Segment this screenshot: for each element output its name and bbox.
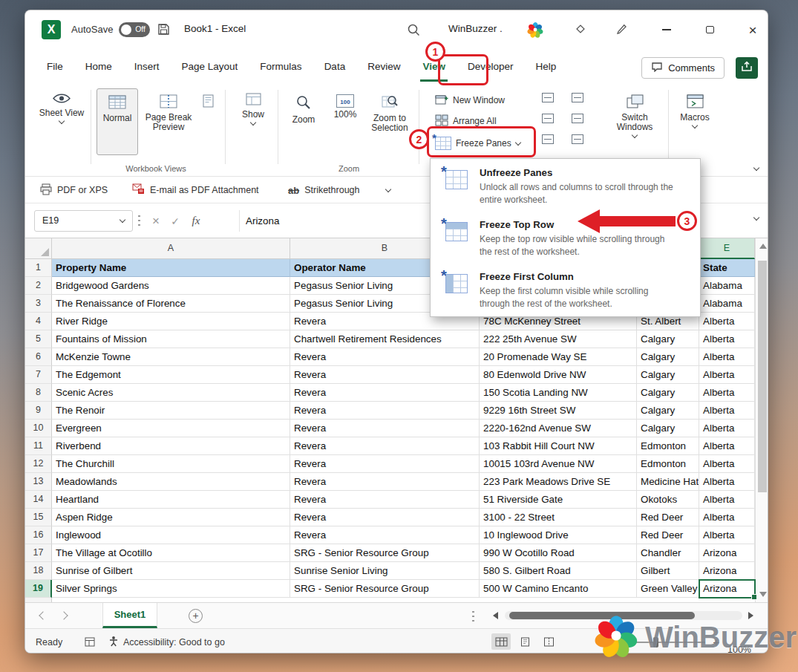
cell-B18[interactable]: Sunrise Senior Living — [290, 562, 480, 580]
cell-E8[interactable]: Alberta — [699, 384, 755, 402]
tab-help[interactable]: Help — [525, 49, 568, 84]
zoom-to-selection-button[interactable]: Zoom to Selection — [365, 88, 414, 133]
scroll-up-icon[interactable] — [759, 244, 767, 249]
cell-D14[interactable]: Okotoks — [637, 491, 699, 509]
vertical-scrollbar[interactable] — [755, 238, 768, 602]
tab-bar-divider-icon[interactable] — [472, 610, 474, 623]
select-all-button[interactable] — [25, 238, 52, 259]
cell-E4[interactable]: Alberta — [699, 313, 755, 330]
row-header-10[interactable]: 10 — [25, 420, 52, 437]
cell-A12[interactable]: The Churchill — [52, 455, 290, 473]
strikethrough-button[interactable]: Strikethrough — [288, 177, 390, 203]
row-header-18[interactable]: 18 — [25, 562, 52, 580]
cell-A11[interactable]: Riverbend — [52, 437, 290, 455]
row-header-2[interactable]: 2 — [25, 277, 52, 295]
cell-E13[interactable]: Alberta — [699, 473, 755, 491]
cell-D13[interactable]: Medicine Hat — [637, 473, 699, 491]
cell-C10[interactable]: 2220-162nd Avenue SW — [480, 420, 637, 437]
zoom-button[interactable]: Zoom — [284, 88, 324, 125]
cell-E6[interactable]: Alberta — [699, 348, 755, 366]
cell-D17[interactable]: Chandler — [637, 544, 699, 562]
cell-D15[interactable]: Red Deer — [637, 509, 699, 526]
tab-data[interactable]: Data — [313, 49, 357, 84]
cell-E5[interactable]: Alberta — [699, 330, 755, 348]
page-layout-icon[interactable] — [202, 94, 215, 111]
cell-A3[interactable]: The Renaissance of Florence — [52, 295, 290, 313]
row-header-7[interactable]: 7 — [25, 366, 52, 384]
cell-E17[interactable]: Arizona — [699, 544, 755, 562]
cell-C5[interactable]: 222 25th Avenue SW — [480, 330, 637, 348]
cell-A19[interactable]: Silver Springs — [52, 580, 290, 598]
cell-E1[interactable]: State — [699, 259, 755, 277]
cell-C13[interactable]: 223 Park Meadows Drive SE — [480, 473, 637, 491]
insert-function-button[interactable]: fx — [187, 210, 205, 232]
accessibility-status[interactable]: Accessibility: Good to go — [108, 629, 225, 653]
cell-A1[interactable]: Property Name — [52, 259, 290, 277]
autosave-toggle[interactable]: Off — [119, 22, 150, 37]
cell-A15[interactable]: Aspen Ridge — [52, 509, 290, 526]
cell-B9[interactable]: Revera — [290, 402, 480, 420]
cell-C15[interactable]: 3100 - 22 Street — [480, 509, 637, 526]
row-header-15[interactable]: 15 — [25, 509, 52, 526]
show-button[interactable]: Show — [232, 87, 275, 125]
close-button[interactable] — [739, 10, 767, 49]
cell-C9[interactable]: 9229 16th Street SW — [480, 402, 637, 420]
row-header-1[interactable]: 1 — [25, 259, 52, 277]
avatar[interactable] — [526, 20, 545, 42]
cell-E18[interactable]: Arizona — [699, 562, 755, 580]
cell-C6[interactable]: 20 Promenade Way SE — [480, 348, 637, 366]
cell-B17[interactable]: SRG - Senior Resource Group — [290, 544, 480, 562]
column-header-a[interactable]: A — [52, 238, 290, 259]
cell-E2[interactable]: Alabama — [699, 277, 755, 295]
cell-B12[interactable]: Revera — [290, 455, 480, 473]
view-side-by-side-icon[interactable] — [572, 93, 583, 102]
row-header-4[interactable]: 4 — [25, 313, 52, 330]
tab-insert[interactable]: Insert — [123, 49, 171, 84]
cell-A18[interactable]: Sunrise of Gilbert — [52, 562, 290, 580]
cell-E12[interactable]: Alberta — [699, 455, 755, 473]
scroll-left-icon[interactable] — [493, 612, 498, 619]
pdf-or-xps-button[interactable]: PDF or XPS — [40, 177, 108, 203]
cell-B19[interactable]: SRG - Senior Resource Group — [290, 580, 480, 598]
normal-view-button[interactable]: Normal — [97, 88, 138, 155]
cell-E10[interactable]: Alberta — [699, 420, 755, 437]
hide-window-icon[interactable] — [542, 114, 554, 123]
cell-A10[interactable]: Evergreen — [52, 420, 290, 437]
row-header-11[interactable]: 11 — [25, 437, 52, 455]
cell-B11[interactable]: Revera — [290, 437, 480, 455]
switch-windows-button[interactable]: Switch Windows — [609, 88, 660, 137]
cell-A16[interactable]: Inglewood — [52, 526, 290, 544]
cell-C17[interactable]: 990 W Ocotillo Road — [480, 544, 637, 562]
cell-A17[interactable]: The Village at Ocotillo — [52, 544, 290, 562]
page-layout-status-button[interactable] — [515, 633, 534, 650]
cell-B15[interactable]: Revera — [290, 509, 480, 526]
cell-D7[interactable]: Calgary — [637, 366, 699, 384]
enter-formula-button[interactable] — [166, 210, 184, 232]
zoom-slider-knob[interactable] — [653, 637, 658, 647]
cell-A9[interactable]: The Renoir — [52, 402, 290, 420]
cancel-formula-button[interactable] — [147, 210, 165, 232]
row-header-3[interactable]: 3 — [25, 295, 52, 313]
cell-C8[interactable]: 150 Scotia Landing NW — [480, 384, 637, 402]
macro-record-icon[interactable] — [85, 629, 95, 653]
cell-A8[interactable]: Scenic Acres — [52, 384, 290, 402]
cell-E16[interactable]: Alberta — [699, 526, 755, 544]
row-header-14[interactable]: 14 — [25, 491, 52, 509]
search-icon[interactable] — [407, 23, 420, 39]
zoom-out-button[interactable] — [597, 636, 607, 648]
comments-button[interactable]: Comments — [641, 57, 725, 79]
tab-file[interactable]: File — [36, 49, 74, 84]
synchronous-scrolling-icon[interactable] — [572, 114, 583, 123]
maximize-button[interactable] — [696, 10, 724, 49]
split-icon[interactable] — [542, 93, 554, 102]
page-break-preview-button[interactable]: Page Break Preview — [141, 88, 196, 132]
cell-B14[interactable]: Revera — [290, 491, 480, 509]
cell-A6[interactable]: McKenzie Towne — [52, 348, 290, 366]
user-name[interactable]: WinBuzzer . — [448, 23, 503, 34]
row-header-16[interactable]: 16 — [25, 526, 52, 544]
vertical-scroll-thumb[interactable] — [758, 261, 767, 492]
cell-B5[interactable]: Chartwell Retirement Residences — [290, 330, 480, 348]
cell-C16[interactable]: 10 Inglewood Drive — [480, 526, 637, 544]
cell-B16[interactable]: Revera — [290, 526, 480, 544]
row-header-19[interactable]: 19 — [25, 580, 52, 598]
